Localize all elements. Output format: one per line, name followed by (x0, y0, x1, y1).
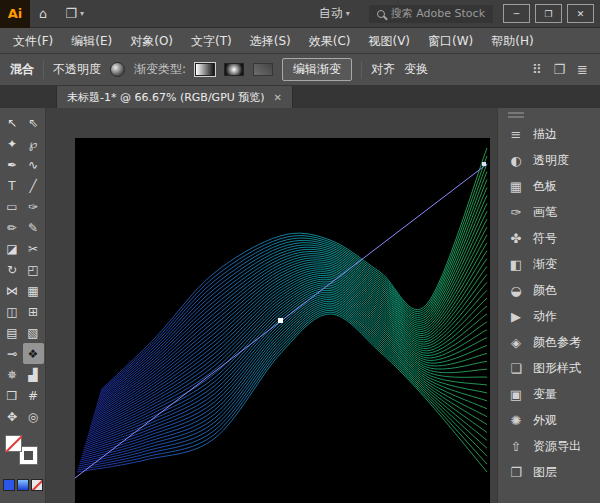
pencil-tool[interactable]: ✏ (2, 217, 23, 238)
width-tool[interactable]: ⋈ (2, 280, 23, 301)
scale-tool[interactable]: ◰ (23, 259, 44, 280)
menu-edit[interactable]: 编辑(E) (62, 28, 121, 54)
fill-swatch[interactable] (5, 435, 22, 452)
blend-tool[interactable]: ❖ (23, 343, 44, 364)
artboard-tool[interactable]: ❒ (2, 385, 23, 406)
close-icon[interactable]: ✕ (274, 92, 282, 103)
blend-artwork[interactable] (75, 138, 490, 503)
panel-menu-icon[interactable]: ≣ (577, 62, 588, 77)
align-label[interactable]: 对齐 (371, 61, 395, 78)
freeform-gradient-swatch[interactable] (253, 63, 273, 76)
direct-selection-tool[interactable]: ⇖ (23, 112, 44, 133)
stroke-panel[interactable]: ≡描边 (498, 121, 600, 147)
scissors-tool[interactable]: ✂ (23, 238, 44, 259)
divider (43, 61, 44, 79)
menu-file[interactable]: 文件(F) (4, 28, 62, 54)
maximize-button[interactable]: ❐ (535, 4, 562, 23)
rotate-tool[interactable]: ↻ (2, 259, 23, 280)
menu-select[interactable]: 选择(S) (241, 28, 300, 54)
menu-window[interactable]: 窗口(W) (419, 28, 482, 54)
document-tab[interactable]: 未标题-1* @ 66.67% (RGB/GPU 预览) ✕ (56, 86, 293, 108)
slice-tool[interactable]: # (23, 385, 44, 406)
dock-panels-icon[interactable]: ❐ (553, 62, 565, 77)
mesh-tool[interactable]: ▤ (2, 322, 23, 343)
symbols-panel[interactable]: ✤符号 (498, 225, 600, 251)
color-panel[interactable]: ◒颜色 (498, 277, 600, 303)
opacity-sphere-icon[interactable] (110, 62, 125, 77)
dock-header[interactable] (498, 108, 600, 121)
app-logo[interactable]: Ai (0, 0, 30, 28)
selection-tool[interactable]: ↖ (2, 112, 23, 133)
color-button[interactable] (3, 479, 15, 491)
app-grid-icon[interactable]: ⠿ (532, 62, 542, 77)
home-button[interactable]: ⌂ (30, 0, 56, 28)
artboard[interactable] (75, 138, 490, 503)
variables-panel[interactable]: ▣变量 (498, 381, 600, 407)
transparency-panel[interactable]: ◐透明度 (498, 147, 600, 173)
graphic-styles-panel[interactable]: ❏图形样式 (498, 355, 600, 381)
gradient-panel-label: 渐变 (533, 256, 557, 273)
menubar: 文件(F)编辑(E)对象(O)文字(T)选择(S)效果(C)视图(V)窗口(W)… (0, 28, 600, 54)
menu-effect[interactable]: 效果(C) (300, 28, 360, 54)
stock-search-input[interactable]: 搜索 Adobe Stock (369, 5, 493, 23)
perspective-grid-tool[interactable]: ⊞ (23, 301, 44, 322)
chevron-down-icon: ▾ (346, 9, 350, 18)
transparency-icon: ◐ (508, 153, 524, 168)
eyedropper-tool[interactable]: ⊸ (2, 343, 23, 364)
opacity-label[interactable]: 不透明度 (53, 61, 101, 78)
lasso-tool[interactable]: ℘ (23, 133, 44, 154)
radial-gradient-swatch[interactable] (224, 63, 244, 76)
eraser-tool[interactable]: ◪ (2, 238, 23, 259)
symbol-sprayer-tool[interactable]: ✵ (2, 364, 23, 385)
gradient-button[interactable] (17, 479, 29, 491)
titlebar: Ai ⌂ ❐ ▾ 自动 ▾ 搜索 Adobe Stock ─ ❐ ✕ (0, 0, 600, 28)
brushes-panel[interactable]: ✑画笔 (498, 199, 600, 225)
stroke-panel-label: 描边 (533, 126, 557, 143)
asset-export-panel[interactable]: ⇧资源导出 (498, 433, 600, 459)
close-button[interactable]: ✕ (567, 4, 594, 23)
auto-dropdown[interactable]: 自动 ▾ (310, 0, 359, 28)
gradient-tool[interactable]: ▧ (23, 322, 44, 343)
column-graph-tool[interactable]: ▟ (23, 364, 44, 385)
line-segment-tool[interactable]: ╱ (23, 175, 44, 196)
arrange-documents-button[interactable]: ❐ ▾ (56, 0, 93, 28)
layers-panel[interactable]: ❐图层 (498, 459, 600, 485)
swatches-panel-label: 色板 (533, 178, 557, 195)
color-guide-panel[interactable]: ◈颜色参考 (498, 329, 600, 355)
pen-tool[interactable]: ✒ (2, 154, 23, 175)
brushes-icon: ✑ (508, 205, 524, 220)
anchor-point-handle[interactable] (482, 162, 486, 166)
zoom-tool[interactable]: ◎ (23, 406, 44, 427)
menu-view[interactable]: 视图(V) (359, 28, 419, 54)
swatches-icon: ▦ (508, 179, 524, 194)
layers-icon: ❐ (508, 465, 524, 480)
swatches-panel[interactable]: ▦色板 (498, 173, 600, 199)
actions-panel[interactable]: ▶动作 (498, 303, 600, 329)
edit-gradient-button[interactable]: 编辑渐变 (282, 58, 352, 81)
linear-gradient-swatch[interactable] (195, 63, 215, 76)
canvas-area[interactable] (46, 108, 497, 503)
appearance-panel[interactable]: ✺外观 (498, 407, 600, 433)
search-placeholder: 搜索 Adobe Stock (391, 6, 485, 21)
rectangle-tool[interactable]: ▭ (2, 196, 23, 217)
anchor-point-handle[interactable] (278, 318, 283, 323)
none-button[interactable] (31, 479, 43, 491)
gradient-panel[interactable]: ◧渐变 (498, 251, 600, 277)
layers-panel-label: 图层 (533, 464, 557, 481)
hand-tool[interactable]: ✥ (2, 406, 23, 427)
minimize-button[interactable]: ─ (503, 4, 530, 23)
curvature-tool[interactable]: ∿ (23, 154, 44, 175)
menu-object[interactable]: 对象(O) (121, 28, 182, 54)
shaper-tool[interactable]: ✎ (23, 217, 44, 238)
free-transform-tool[interactable]: ▦ (23, 280, 44, 301)
shape-builder-tool[interactable]: ◫ (2, 301, 23, 322)
transform-label[interactable]: 变换 (404, 61, 428, 78)
stroke-swatch[interactable] (20, 447, 37, 464)
magic-wand-tool[interactable]: ✦ (2, 133, 23, 154)
paintbrush-tool[interactable]: ✑ (23, 196, 44, 217)
menu-help[interactable]: 帮助(H) (482, 28, 542, 54)
type-tool[interactable]: T (2, 175, 23, 196)
menu-type[interactable]: 文字(T) (182, 28, 241, 54)
selection-type-label: 混合 (10, 61, 34, 78)
fill-stroke-control[interactable] (4, 435, 42, 469)
